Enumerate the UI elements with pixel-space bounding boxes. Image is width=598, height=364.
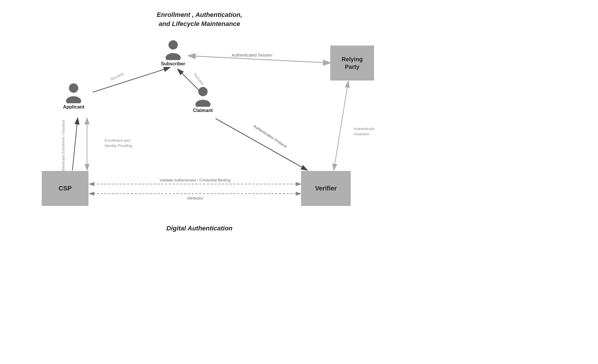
svg-text:Validate Authenticator / Crede: Validate Authenticator / Credential Bind… [160, 178, 231, 182]
svg-point-26 [168, 40, 178, 50]
subscriber-icon [164, 40, 182, 60]
svg-text:Assertion: Assertion [354, 132, 369, 136]
svg-line-19 [334, 81, 348, 170]
svg-point-28 [69, 83, 78, 93]
subscriber-label: Subscriber [161, 61, 185, 66]
svg-text:Authentication Protocol: Authentication Protocol [253, 124, 288, 149]
claimant-person: Claimant [193, 86, 213, 113]
svg-point-27 [166, 53, 181, 60]
svg-line-12 [72, 118, 78, 170]
svg-text:Enrollment and: Enrollment and [105, 138, 130, 143]
svg-text:Authenticated Session: Authenticated Session [232, 53, 272, 57]
svg-text:Success: Success [110, 71, 125, 82]
svg-text:Success: Success [193, 72, 205, 86]
applicant-icon [65, 83, 82, 103]
applicant-person: Applicant [63, 83, 84, 110]
csp-box: CSP [42, 171, 88, 206]
svg-line-6 [188, 56, 331, 63]
subscriber-person: Subscriber [161, 40, 185, 66]
svg-text:Identity Proofing: Identity Proofing [105, 144, 132, 148]
svg-line-17 [215, 118, 307, 170]
svg-text:Authenticator  Enrollment / Is: Authenticator Enrollment / Issuance [61, 120, 65, 175]
claimant-icon [194, 86, 212, 107]
svg-point-31 [195, 100, 211, 107]
title-bottom: Digital Authentication [166, 225, 233, 232]
svg-line-8 [93, 67, 170, 92]
relying-party-box: Relying Party [330, 46, 374, 80]
svg-text:Attributes: Attributes [187, 196, 203, 200]
verifier-box: Verifier [301, 171, 351, 206]
claimant-label: Claimant [193, 108, 213, 113]
svg-text:Authentication: Authentication [354, 127, 375, 131]
applicant-label: Applicant [63, 104, 84, 110]
svg-point-30 [198, 87, 208, 96]
svg-point-29 [66, 96, 81, 103]
title-top: Enrollment , Authentication, and Lifecyc… [157, 10, 242, 29]
diagram-container: Enrollment , Authentication, and Lifecyc… [24, 8, 375, 235]
